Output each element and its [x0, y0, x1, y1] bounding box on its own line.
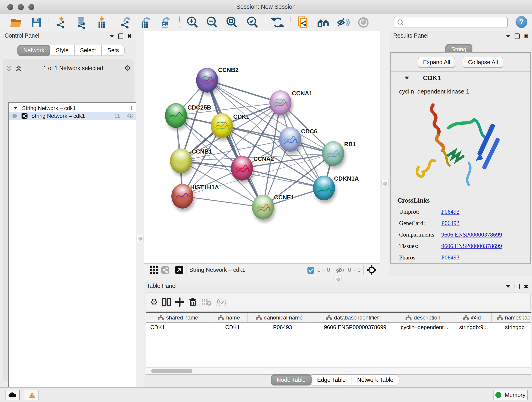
network-node-ccna1[interactable] — [269, 90, 291, 115]
detach-view-icon[interactable] — [175, 266, 183, 274]
column-header-4[interactable]: database identifier — [311, 313, 394, 322]
network-node-cdc25b[interactable] — [165, 103, 187, 128]
network-overview-icon[interactable] — [161, 266, 169, 274]
export-image-icon[interactable] — [158, 16, 172, 29]
network-edge[interactable] — [182, 196, 263, 207]
refresh-icon[interactable] — [271, 16, 285, 29]
network-edge[interactable] — [207, 80, 280, 103]
expand-all-networks-icon[interactable] — [6, 65, 12, 72]
network-node-ccne1[interactable] — [252, 195, 274, 220]
maximize-panel-icon[interactable] — [118, 33, 123, 39]
table-cell[interactable]: cyclin–dependent ... — [396, 323, 454, 332]
expand-all-button[interactable]: Expand All — [418, 57, 455, 68]
search-field[interactable] — [394, 17, 508, 28]
network-node-cdkn1a[interactable] — [313, 176, 335, 200]
table-row[interactable]: CDK1CDK1P064939606.ENSP00000378699cyclin… — [146, 323, 531, 332]
network-row-selected[interactable]: String Network – cdk1 11 48 — [9, 112, 138, 120]
tab-sets[interactable]: Sets — [102, 45, 125, 56]
crosslink-link[interactable]: P06493 — [441, 208, 459, 216]
crosslink-link[interactable]: 9606.ENSP00000378699 — [441, 231, 502, 238]
column-header-2[interactable]: name — [210, 313, 248, 322]
zoom-fit-icon[interactable] — [225, 16, 239, 29]
delete-table-icon — [201, 298, 212, 306]
export-table-icon[interactable] — [139, 16, 152, 29]
share-document-icon[interactable] — [296, 16, 310, 29]
table-panel-splitter[interactable] — [144, 276, 532, 281]
table-cell[interactable]: stringdb — [493, 323, 531, 332]
hide-show-icon[interactable] — [336, 16, 350, 29]
network-node-cdk1[interactable] — [211, 113, 233, 138]
show-columns-icon[interactable] — [162, 298, 171, 307]
close-panel-icon[interactable]: ✖ — [127, 33, 132, 39]
table-cell[interactable]: 9606.ENSP00000378699 — [314, 323, 396, 332]
crosslink-link[interactable]: P06493 — [441, 254, 459, 261]
string-home-icon[interactable] — [317, 16, 330, 29]
close-panel-icon[interactable]: ✖ — [524, 284, 528, 289]
float-panel-icon[interactable] — [506, 35, 510, 38]
maximize-panel-icon[interactable] — [515, 33, 520, 39]
save-session-icon[interactable] — [29, 16, 43, 29]
tab-network-table[interactable]: Network Table — [352, 375, 399, 385]
table-settings-gear-icon[interactable]: ⚙ — [150, 298, 158, 306]
float-panel-icon[interactable] — [506, 285, 510, 288]
zoom-in-icon[interactable] — [186, 16, 199, 29]
zoom-out-icon[interactable] — [205, 16, 219, 29]
table-cell[interactable]: P06493 — [251, 323, 314, 332]
crosslink-link[interactable]: 9606.ENSP00000378699 — [441, 242, 502, 250]
network-edge[interactable] — [242, 168, 324, 188]
network-node-ccnb1[interactable] — [170, 148, 192, 173]
protein-header[interactable]: CDK1 — [391, 72, 530, 84]
network-canvas[interactable]: CCNB2CCNA1CDC25BCDK1CDC6RB1CCNB1CCNA2CDK… — [144, 31, 380, 263]
export-network-icon[interactable] — [119, 16, 133, 29]
results-panel-splitter[interactable] — [380, 31, 389, 276]
network-options-gear-icon[interactable]: ⚙ — [124, 65, 131, 72]
node-label: CDK1 — [233, 113, 249, 120]
delete-column-trash-icon[interactable] — [188, 298, 197, 307]
zoom-selected-icon[interactable] — [246, 16, 259, 29]
column-header-3[interactable]: canonical name — [248, 313, 311, 322]
column-header-7[interactable]: namespac — [492, 313, 531, 322]
tab-node-table[interactable]: Node Table — [271, 375, 312, 385]
protein-scribble — [325, 147, 341, 161]
import-network-file-icon[interactable] — [55, 16, 69, 29]
network-collection-row[interactable]: String Network – cdk1 1 — [9, 104, 138, 112]
float-panel-icon[interactable] — [109, 35, 114, 38]
close-panel-icon[interactable]: ✖ — [524, 33, 528, 39]
import-table-file-icon[interactable] — [95, 16, 109, 29]
search-input[interactable] — [405, 19, 507, 26]
network-node-ccna2[interactable] — [231, 156, 253, 181]
table-cell[interactable]: CDK1 — [214, 323, 251, 332]
crosslink-link[interactable]: P06493 — [441, 220, 459, 227]
grid-view-icon[interactable] — [150, 266, 158, 274]
collapse-section-icon[interactable] — [405, 77, 409, 79]
import-network-database-icon[interactable] — [75, 16, 89, 29]
table-cell[interactable]: CDK1 — [146, 323, 214, 332]
tab-style[interactable]: Style — [51, 45, 75, 56]
protein-name: CDK1 — [423, 74, 441, 82]
network-node-ccnb2[interactable] — [196, 68, 218, 93]
table-cell[interactable]: stringdb:9... — [454, 323, 493, 332]
table-horizontal-scrollbar[interactable] — [146, 367, 531, 374]
tab-network[interactable]: Network — [17, 45, 51, 56]
collapse-all-button[interactable]: Collapse All — [463, 57, 503, 68]
column-header-5[interactable]: description — [394, 313, 452, 322]
memory-button[interactable]: Memory — [493, 390, 528, 400]
help-button[interactable]: ? — [515, 16, 527, 28]
collection-expander-icon[interactable] — [14, 107, 18, 109]
network-node-rb1[interactable] — [322, 141, 344, 166]
warning-status-button[interactable] — [25, 390, 39, 400]
selected-nodes-checkbox-icon[interactable] — [308, 267, 315, 274]
collapse-all-networks-icon[interactable] — [15, 65, 22, 72]
cloud-status-button[interactable] — [5, 390, 20, 400]
column-header-6[interactable]: @id — [452, 313, 492, 322]
column-header-1[interactable]: shared name — [146, 313, 210, 322]
tab-select[interactable]: Select — [75, 45, 102, 56]
create-column-plus-icon[interactable] — [175, 298, 184, 307]
open-session-icon[interactable] — [9, 16, 23, 29]
network-node-cdc6[interactable] — [279, 127, 301, 152]
scrollbar-thumb[interactable] — [151, 369, 192, 373]
control-panel-splitter[interactable] — [136, 31, 144, 387]
tab-edge-table[interactable]: Edge Table — [312, 375, 352, 385]
maximize-panel-icon[interactable] — [515, 284, 520, 289]
fit-content-crosshair-icon[interactable] — [367, 265, 377, 275]
